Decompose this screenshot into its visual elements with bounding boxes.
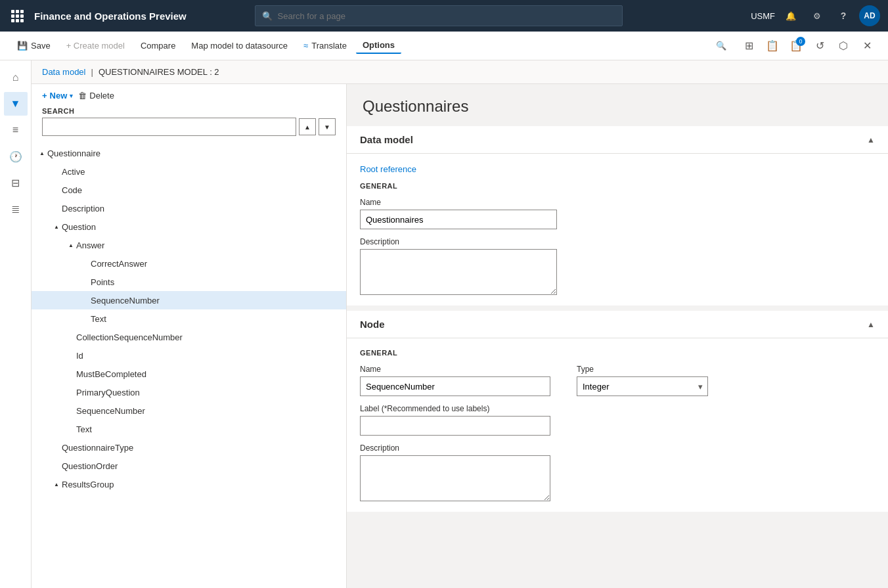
tree-item[interactable]: PrimaryQuestion <box>32 383 346 401</box>
notifications-button[interactable]: 🔔 <box>780 5 801 26</box>
home-icon: ⌂ <box>12 72 19 83</box>
tree-toggle-icon <box>51 166 62 177</box>
tree-toggle-icon <box>51 442 62 453</box>
nav-filter-button[interactable]: ▼ <box>4 92 28 116</box>
content-area: Data model | QUESTIONNAIRES MODEL : 2 + … <box>32 60 888 588</box>
cmd-refresh-icon[interactable]: ↺ <box>809 35 830 57</box>
node-name-input[interactable] <box>360 376 550 396</box>
options-button[interactable]: Options <box>356 37 401 54</box>
app-grid-button[interactable] <box>8 7 26 25</box>
search-next-button[interactable]: ▼ <box>319 118 336 135</box>
cmd-close-icon[interactable]: ✕ <box>856 35 877 57</box>
breadcrumb: Data model | QUESTIONNAIRES MODEL : 2 <box>32 60 888 84</box>
breadcrumb-current: QUESTIONNAIRES MODEL : 2 <box>99 67 219 77</box>
tree-toggle-icon <box>66 405 76 416</box>
badge: 0 <box>796 37 805 46</box>
tree-item[interactable]: ▲ Answer <box>32 236 346 254</box>
help-button[interactable]: ? <box>833 5 854 26</box>
node-description-textarea[interactable] <box>360 455 550 501</box>
tree-search-input[interactable] <box>42 118 296 136</box>
tree-item[interactable]: Description <box>32 199 346 217</box>
tree-toggle-icon <box>80 277 91 287</box>
section-header: Data model ▲ <box>347 126 888 154</box>
save-button[interactable]: 💾 Save <box>11 38 57 53</box>
node-label-input[interactable] <box>360 416 550 436</box>
tree-item[interactable]: MustBeCompleted <box>32 365 346 383</box>
tree-item[interactable]: CorrectAnswer <box>32 254 346 273</box>
table-icon: ⊟ <box>11 177 20 189</box>
tree-item[interactable]: SequenceNumber <box>32 401 346 420</box>
cmd-icon1[interactable]: ⊞ <box>738 35 759 57</box>
avatar[interactable]: AD <box>859 5 880 26</box>
cmd-open-icon[interactable]: ⬡ <box>833 35 854 57</box>
clock-icon: 🕐 <box>9 150 22 163</box>
map-model-button[interactable]: Map model to datasource <box>185 38 294 53</box>
search-box[interactable]: 🔍 <box>255 5 623 26</box>
data-model-section: Data model ▲ Root reference GENERAL Name <box>347 126 888 305</box>
tree-item[interactable]: Id <box>32 346 346 365</box>
tree-toggle-icon <box>80 258 91 269</box>
delete-button[interactable]: 🗑 Delete <box>78 91 114 101</box>
tree-toggle-icon <box>66 332 76 342</box>
search-prev-button[interactable]: ▲ <box>299 118 316 135</box>
node-label-label: Label (*Recommended to use labels) <box>360 404 550 413</box>
node-section-header: Node ▲ <box>347 311 888 338</box>
section-collapse-button[interactable]: ▲ <box>867 135 875 145</box>
nav-table-button[interactable]: ⊟ <box>4 171 28 194</box>
command-search-icon[interactable]: 🔍 <box>712 37 730 55</box>
tree-toggle-icon <box>66 387 76 397</box>
vertical-nav: ⌂ ▼ ≡ 🕐 ⊟ ≣ <box>0 60 32 588</box>
search-input[interactable] <box>278 11 615 21</box>
breadcrumb-data-model[interactable]: Data model <box>42 67 85 77</box>
nav-clock-button[interactable]: 🕐 <box>4 145 28 168</box>
tree-item[interactable]: ▲ Question <box>32 217 346 236</box>
node-section-collapse-button[interactable]: ▲ <box>867 320 875 329</box>
create-model-button[interactable]: + Create model <box>60 38 131 53</box>
tree-toggle-icon <box>66 369 76 379</box>
tree-toolbar: + New ▾ 🗑 Delete <box>32 84 346 107</box>
tree-item[interactable]: ▲ ResultsGroup <box>32 475 346 493</box>
tree-item[interactable]: QuestionOrder <box>32 457 346 475</box>
settings-button[interactable]: ⚙ <box>807 5 828 26</box>
tree-item[interactable]: QuestionnaireType <box>32 438 346 457</box>
detail-panel: Questionnaires Data model ▲ Root referen… <box>347 84 888 588</box>
top-nav: Finance and Operations Preview 🔍 USMF 🔔 … <box>0 0 888 32</box>
node-section: Node ▲ GENERAL Name Type <box>347 311 888 512</box>
tree-item[interactable]: Text <box>32 309 346 328</box>
tree-toggle-icon <box>51 185 62 195</box>
app-layout: ⌂ ▼ ≡ 🕐 ⊟ ≣ Data model | QUESTIONNAIRES … <box>0 60 888 588</box>
type-select[interactable]: Integer String Real Boolean Date DateTim… <box>577 376 708 396</box>
nav-home-button[interactable]: ⌂ <box>4 66 28 89</box>
nav-list-button[interactable]: ≣ <box>4 197 28 221</box>
chevron-down-icon: ▾ <box>70 93 73 99</box>
description-label: Description <box>360 237 557 246</box>
name-label: Name <box>360 198 557 207</box>
search-icon: 🔍 <box>262 11 273 21</box>
tree-item[interactable]: ▲ Questionnaire <box>32 144 346 162</box>
tree-item[interactable]: SequenceNumber <box>32 291 346 309</box>
translate-button[interactable]: ≈ Translate <box>297 38 353 53</box>
gear-icon: ⚙ <box>813 11 821 21</box>
root-reference-link[interactable]: Root reference <box>360 164 416 174</box>
breadcrumb-separator: | <box>91 67 93 77</box>
cmd-badge-icon[interactable]: 📋 0 <box>786 35 807 57</box>
tree-toggle-icon <box>66 350 76 361</box>
list-icon: ≣ <box>11 203 20 215</box>
main-layout: + New ▾ 🗑 Delete SEARCH ▲ ▼ <box>32 84 888 588</box>
tree-toggle-icon <box>80 313 91 324</box>
new-button[interactable]: + New ▾ <box>42 91 73 101</box>
cmd-icon2[interactable]: 📋 <box>762 35 783 57</box>
name-input[interactable] <box>360 210 557 229</box>
tree-item[interactable]: Points <box>32 273 346 291</box>
tree-item[interactable]: Active <box>32 162 346 181</box>
description-textarea[interactable] <box>360 249 557 295</box>
tree-item[interactable]: Code <box>32 181 346 199</box>
compare-button[interactable]: Compare <box>134 38 182 53</box>
tree-toggle-icon: ▲ <box>51 479 62 489</box>
section-body: Root reference GENERAL Name Description <box>347 154 888 305</box>
search-section: SEARCH ▲ ▼ <box>32 107 346 141</box>
nav-hamburger-button[interactable]: ≡ <box>4 118 28 142</box>
tree-item[interactable]: Text <box>32 420 346 438</box>
org-label: USMF <box>751 11 775 21</box>
tree-item[interactable]: CollectionSequenceNumber <box>32 328 346 346</box>
